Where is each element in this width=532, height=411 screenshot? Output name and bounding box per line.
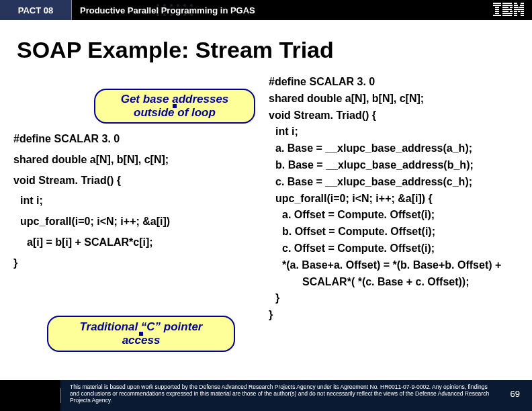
svg-point-3	[177, 4, 179, 7]
svg-point-15	[177, 13, 179, 16]
footer-disclaimer: This material is based upon work support…	[70, 384, 492, 404]
code-line: a[i] = b[i] + SCALAR*c[i];	[13, 234, 262, 251]
svg-rect-37	[520, 5, 524, 6]
svg-rect-43	[521, 11, 524, 12]
code-line: int i;	[13, 193, 262, 210]
footer-left-box	[0, 380, 60, 411]
slide-footer: This material is based upon work support…	[0, 380, 532, 411]
code-line: upc_forall(i=0; i<N; i++; &a[i]) {	[269, 191, 519, 208]
svg-rect-21	[495, 9, 499, 10]
svg-point-12	[157, 13, 159, 16]
svg-point-5	[190, 4, 193, 7]
svg-rect-40	[514, 9, 524, 10]
footer-separator	[60, 388, 61, 403]
svg-point-7	[163, 9, 166, 11]
svg-point-1	[163, 4, 166, 7]
code-line: a. Offset = Compute. Offset(i);	[269, 207, 519, 224]
code-line: shared double a[N], b[N], c[N];	[269, 91, 519, 107]
code-line: shared double a[N], b[N], c[N];	[13, 152, 262, 169]
svg-rect-36	[514, 5, 518, 6]
svg-point-9	[177, 9, 179, 11]
svg-rect-18	[493, 3, 501, 4]
svg-point-10	[183, 9, 186, 11]
code-line: }	[13, 255, 262, 272]
svg-rect-35	[521, 3, 524, 4]
svg-rect-22	[495, 11, 499, 12]
code-line: c. Offset = Compute. Offset(i);	[269, 240, 519, 257]
code-line: #define SCALAR 3. 0	[13, 131, 262, 148]
svg-point-14	[170, 13, 173, 16]
svg-rect-45	[521, 13, 524, 14]
header-conference-label: PACT 08	[18, 5, 54, 15]
code-line: }	[269, 307, 519, 324]
slide-number: 69	[511, 390, 520, 400]
left-code-block: #define SCALAR 3. 0 shared double a[N], …	[13, 74, 269, 371]
svg-rect-28	[510, 7, 513, 8]
code-line: c. Base = __xlupc_base_address(c_h);	[269, 174, 519, 191]
svg-rect-41	[514, 11, 517, 12]
ibm-logo-icon	[493, 3, 524, 16]
svg-point-2	[170, 4, 173, 7]
code-line: upc_forall(i=0; i<N; i++; &a[i])	[13, 214, 262, 230]
svg-rect-38	[514, 7, 519, 8]
svg-point-6	[157, 9, 159, 11]
code-line: void Stream. Triad() {	[269, 107, 519, 124]
right-code-block: #define SCALAR 3. 0 shared double a[N], …	[269, 74, 519, 371]
svg-rect-20	[495, 7, 499, 8]
code-line: b. Offset = Compute. Offset(i);	[269, 224, 519, 240]
svg-rect-44	[514, 13, 517, 14]
svg-rect-32	[502, 13, 513, 14]
svg-rect-23	[495, 13, 499, 14]
svg-rect-24	[493, 15, 501, 16]
svg-point-11	[190, 9, 193, 11]
svg-rect-30	[502, 11, 508, 12]
header-conference: PACT 08	[0, 0, 72, 20]
svg-rect-25	[502, 3, 512, 4]
code-line: a. Base = __xlupc_base_address(a_h);	[269, 140, 519, 157]
svg-rect-33	[502, 15, 512, 16]
svg-rect-42	[518, 11, 520, 12]
svg-rect-27	[502, 7, 508, 8]
svg-rect-29	[502, 9, 512, 10]
svg-point-4	[183, 4, 186, 7]
code-line: int i;	[269, 124, 519, 140]
svg-point-17	[190, 13, 193, 16]
svg-rect-47	[521, 15, 524, 16]
content-area: #define SCALAR 3. 0 shared double a[N], …	[13, 74, 519, 371]
svg-rect-46	[514, 15, 517, 16]
svg-rect-31	[510, 11, 513, 12]
code-line: *(a. Base+a. Offset) = *(b. Base+b. Offs…	[269, 257, 519, 274]
code-line: }	[269, 290, 519, 307]
code-line: SCALAR*( *(c. Base + c. Offset));	[269, 274, 519, 291]
svg-rect-39	[519, 7, 524, 8]
svg-point-13	[163, 13, 166, 16]
header-dot-pattern	[154, 3, 235, 17]
svg-point-16	[183, 13, 186, 16]
svg-rect-19	[493, 5, 501, 6]
slide-title: SOAP Example: Stream Triad	[17, 37, 334, 63]
slide-header: PACT 08 Productive Parallel Programming …	[0, 0, 532, 20]
svg-rect-26	[502, 5, 513, 6]
code-line: b. Base = __xlupc_base_address(b_h);	[269, 157, 519, 174]
svg-rect-34	[514, 3, 517, 4]
svg-point-8	[170, 9, 173, 11]
svg-point-0	[157, 4, 159, 7]
code-line: void Stream. Triad() {	[13, 173, 262, 189]
code-line: #define SCALAR 3. 0	[269, 74, 519, 91]
